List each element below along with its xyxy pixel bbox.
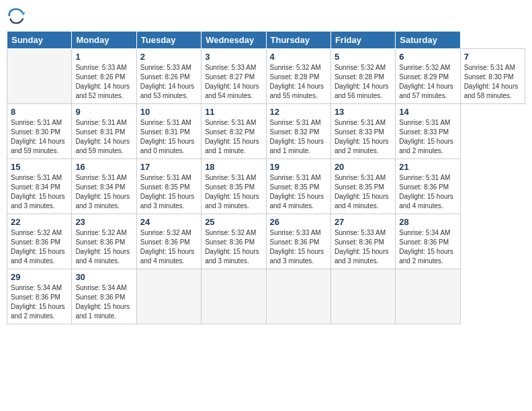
day-info: Sunrise: 5:33 AMSunset: 8:36 PMDaylight:… (335, 228, 392, 266)
logo-icon (7, 7, 26, 26)
day-info: Sunrise: 5:33 AMSunset: 8:26 PMDaylight:… (140, 63, 197, 101)
calendar-day: 10 Sunrise: 5:31 AMSunset: 8:31 PMDaylig… (136, 104, 201, 159)
calendar-day: 21 Sunrise: 5:31 AMSunset: 8:36 PMDaylig… (396, 159, 460, 214)
day-number: 1 (75, 52, 132, 62)
day-info: Sunrise: 5:31 AMSunset: 8:32 PMDaylight:… (270, 118, 327, 156)
calendar-day: 4 Sunrise: 5:32 AMSunset: 8:28 PMDayligh… (266, 49, 330, 104)
day-info: Sunrise: 5:32 AMSunset: 8:28 PMDaylight:… (270, 63, 327, 101)
day-info: Sunrise: 5:32 AMSunset: 8:28 PMDaylight:… (335, 63, 392, 101)
day-info: Sunrise: 5:31 AMSunset: 8:35 PMDaylight:… (335, 173, 392, 211)
calendar-day: 13 Sunrise: 5:31 AMSunset: 8:33 PMDaylig… (330, 104, 395, 159)
day-number: 25 (205, 217, 262, 227)
day-info: Sunrise: 5:31 AMSunset: 8:35 PMDaylight:… (270, 173, 327, 211)
calendar-day: 29 Sunrise: 5:34 AMSunset: 8:36 PMDaylig… (7, 269, 72, 324)
day-info: Sunrise: 5:32 AMSunset: 8:36 PMDaylight:… (11, 228, 68, 266)
empty-cell (330, 269, 395, 324)
empty-cell (136, 269, 201, 324)
day-number: 13 (335, 107, 392, 117)
day-number: 2 (140, 52, 197, 62)
day-number: 6 (399, 52, 456, 62)
day-number: 17 (140, 162, 197, 172)
calendar-day: 24 Sunrise: 5:32 AMSunset: 8:36 PMDaylig… (136, 214, 201, 269)
calendar-day: 23 Sunrise: 5:32 AMSunset: 8:36 PMDaylig… (72, 214, 136, 269)
weekday-header: Monday (72, 32, 136, 49)
day-info: Sunrise: 5:31 AMSunset: 8:36 PMDaylight:… (399, 173, 456, 211)
calendar-day: 6 Sunrise: 5:32 AMSunset: 8:29 PMDayligh… (396, 49, 460, 104)
day-number: 23 (75, 217, 132, 227)
header (7, 7, 525, 26)
day-info: Sunrise: 5:34 AMSunset: 8:36 PMDaylight:… (11, 283, 68, 321)
calendar-day: 15 Sunrise: 5:31 AMSunset: 8:34 PMDaylig… (7, 159, 72, 214)
weekday-header: Wednesday (202, 32, 266, 49)
day-number: 24 (140, 217, 197, 227)
day-info: Sunrise: 5:31 AMSunset: 8:34 PMDaylight:… (75, 173, 132, 211)
calendar-day: 27 Sunrise: 5:33 AMSunset: 8:36 PMDaylig… (330, 214, 395, 269)
day-info: Sunrise: 5:31 AMSunset: 8:30 PMDaylight:… (464, 63, 521, 101)
weekday-header: Sunday (7, 32, 72, 49)
day-number: 19 (270, 162, 327, 172)
day-info: Sunrise: 5:32 AMSunset: 8:36 PMDaylight:… (205, 228, 262, 266)
calendar-day: 18 Sunrise: 5:31 AMSunset: 8:35 PMDaylig… (202, 159, 266, 214)
day-info: Sunrise: 5:33 AMSunset: 8:27 PMDaylight:… (205, 63, 262, 101)
day-number: 27 (335, 217, 392, 227)
day-number: 30 (75, 272, 132, 282)
empty-cell (202, 269, 266, 324)
day-number: 18 (205, 162, 262, 172)
calendar-day: 8 Sunrise: 5:31 AMSunset: 8:30 PMDayligh… (7, 104, 72, 159)
calendar-day: 2 Sunrise: 5:33 AMSunset: 8:26 PMDayligh… (136, 49, 201, 104)
weekday-header: Thursday (266, 32, 330, 49)
calendar-day: 16 Sunrise: 5:31 AMSunset: 8:34 PMDaylig… (72, 159, 136, 214)
calendar-week-row: 15 Sunrise: 5:31 AMSunset: 8:34 PMDaylig… (7, 159, 525, 214)
day-number: 9 (75, 107, 132, 117)
day-info: Sunrise: 5:31 AMSunset: 8:35 PMDaylight:… (205, 173, 262, 211)
day-number: 26 (270, 217, 327, 227)
calendar-week-row: 22 Sunrise: 5:32 AMSunset: 8:36 PMDaylig… (7, 214, 525, 269)
calendar-week-row: 29 Sunrise: 5:34 AMSunset: 8:36 PMDaylig… (7, 269, 525, 324)
day-number: 7 (464, 52, 521, 62)
calendar-day: 22 Sunrise: 5:32 AMSunset: 8:36 PMDaylig… (7, 214, 72, 269)
day-number: 5 (335, 52, 392, 62)
calendar-day: 9 Sunrise: 5:31 AMSunset: 8:31 PMDayligh… (72, 104, 136, 159)
day-number: 15 (11, 162, 68, 172)
day-info: Sunrise: 5:31 AMSunset: 8:33 PMDaylight:… (335, 118, 392, 156)
day-number: 3 (205, 52, 262, 62)
calendar-day: 17 Sunrise: 5:31 AMSunset: 8:35 PMDaylig… (136, 159, 201, 214)
day-info: Sunrise: 5:31 AMSunset: 8:35 PMDaylight:… (140, 173, 197, 211)
day-number: 14 (399, 107, 456, 117)
empty-cell (7, 49, 72, 104)
day-number: 10 (140, 107, 197, 117)
calendar-day: 20 Sunrise: 5:31 AMSunset: 8:35 PMDaylig… (330, 159, 395, 214)
day-number: 28 (399, 217, 456, 227)
calendar-day: 26 Sunrise: 5:33 AMSunset: 8:36 PMDaylig… (266, 214, 330, 269)
calendar-header-row: SundayMondayTuesdayWednesdayThursdayFrid… (7, 32, 525, 49)
calendar-day: 3 Sunrise: 5:33 AMSunset: 8:27 PMDayligh… (202, 49, 266, 104)
day-info: Sunrise: 5:32 AMSunset: 8:29 PMDaylight:… (399, 63, 456, 101)
day-info: Sunrise: 5:31 AMSunset: 8:32 PMDaylight:… (205, 118, 262, 156)
calendar: SundayMondayTuesdayWednesdayThursdayFrid… (7, 31, 525, 324)
page: SundayMondayTuesdayWednesdayThursdayFrid… (0, 0, 532, 411)
calendar-day: 5 Sunrise: 5:32 AMSunset: 8:28 PMDayligh… (330, 49, 395, 104)
empty-cell (396, 269, 460, 324)
day-info: Sunrise: 5:31 AMSunset: 8:31 PMDaylight:… (140, 118, 197, 156)
day-info: Sunrise: 5:32 AMSunset: 8:36 PMDaylight:… (75, 228, 132, 266)
day-info: Sunrise: 5:31 AMSunset: 8:30 PMDaylight:… (11, 118, 68, 156)
day-number: 16 (75, 162, 132, 172)
weekday-header: Tuesday (136, 32, 201, 49)
day-info: Sunrise: 5:33 AMSunset: 8:36 PMDaylight:… (270, 228, 327, 266)
calendar-day: 14 Sunrise: 5:31 AMSunset: 8:33 PMDaylig… (396, 104, 460, 159)
day-number: 11 (205, 107, 262, 117)
calendar-day: 28 Sunrise: 5:34 AMSunset: 8:36 PMDaylig… (396, 214, 460, 269)
calendar-day: 1 Sunrise: 5:33 AMSunset: 8:26 PMDayligh… (72, 49, 136, 104)
day-info: Sunrise: 5:31 AMSunset: 8:31 PMDaylight:… (75, 118, 132, 156)
day-info: Sunrise: 5:34 AMSunset: 8:36 PMDaylight:… (399, 228, 456, 266)
calendar-day: 7 Sunrise: 5:31 AMSunset: 8:30 PMDayligh… (460, 49, 525, 104)
logo (7, 7, 28, 26)
calendar-week-row: 8 Sunrise: 5:31 AMSunset: 8:30 PMDayligh… (7, 104, 525, 159)
calendar-day: 30 Sunrise: 5:34 AMSunset: 8:36 PMDaylig… (72, 269, 136, 324)
empty-cell (266, 269, 330, 324)
day-info: Sunrise: 5:34 AMSunset: 8:36 PMDaylight:… (75, 283, 132, 321)
calendar-day: 19 Sunrise: 5:31 AMSunset: 8:35 PMDaylig… (266, 159, 330, 214)
weekday-header: Saturday (396, 32, 460, 49)
calendar-day: 11 Sunrise: 5:31 AMSunset: 8:32 PMDaylig… (202, 104, 266, 159)
day-number: 4 (270, 52, 327, 62)
